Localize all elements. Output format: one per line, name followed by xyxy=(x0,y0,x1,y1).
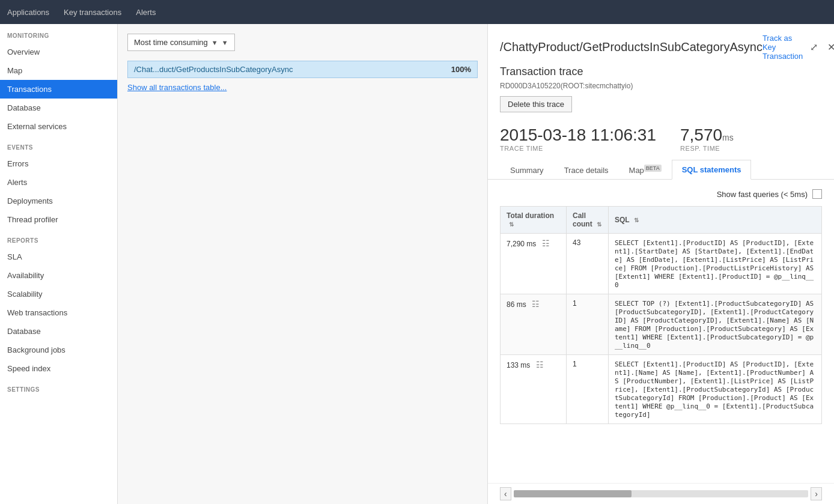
doc-icon-0[interactable]: ☷ xyxy=(542,238,550,248)
sidebar-item-background-jobs[interactable]: Background jobs xyxy=(0,341,117,359)
sql-content: Show fast queries (< 5ms) Total duration… xyxy=(488,180,834,483)
tabs: Summary Trace details MapBETA SQL statem… xyxy=(500,159,822,179)
scrollbar-row: ‹ › xyxy=(488,483,834,504)
dropdown-row: Most time consuming ▼ ▼ xyxy=(127,34,478,51)
sidebar-item-alerts[interactable]: Alerts xyxy=(0,173,117,192)
sidebar-section-settings: SETTINGS xyxy=(0,378,117,396)
cell-sql-2: SELECT [Extent1].[ProductID] AS [Product… xyxy=(609,355,822,424)
nav-alerts[interactable]: Alerts xyxy=(136,5,156,19)
main-content: Most time consuming ▼ ▼ /Chat...duct/Get… xyxy=(118,24,834,504)
sidebar-item-scalability[interactable]: Scalability xyxy=(0,285,117,303)
sidebar-item-speed-index[interactable]: Speed index xyxy=(0,359,117,378)
sidebar-item-map[interactable]: Map xyxy=(0,61,117,80)
sort-icon-count: ⇅ xyxy=(597,221,601,228)
fast-queries-row: Show fast queries (< 5ms) xyxy=(500,189,822,199)
sidebar-item-transactions[interactable]: Transactions xyxy=(0,80,117,99)
resp-time-value: 7,570ms xyxy=(680,126,734,145)
table-row: 133 ms ☷ 1 SELECT [Extent1].[ProductID] … xyxy=(501,355,822,424)
sidebar-item-database[interactable]: Database xyxy=(0,99,117,117)
sidebar-item-availability[interactable]: Availability xyxy=(0,266,117,285)
sidebar-item-external-services[interactable]: External services xyxy=(0,117,117,136)
doc-icon-2[interactable]: ☷ xyxy=(536,360,544,369)
sidebar-item-thread-profiler[interactable]: Thread profiler xyxy=(0,210,117,229)
cell-count-2: 1 xyxy=(567,355,609,424)
sort-icon-duration: ⇅ xyxy=(509,221,514,228)
doc-icon-1[interactable]: ☷ xyxy=(532,299,540,309)
dropdown-chevron-icon: ▼ xyxy=(222,39,228,46)
sort-icon-sql: ⇅ xyxy=(634,217,639,223)
sidebar: MONITORING Overview Map Transactions Dat… xyxy=(0,24,118,504)
fast-queries-label: Show fast queries (< 5ms) xyxy=(717,190,808,199)
sql-table: Total duration ⇅ Call count ⇅ SQL ⇅ xyxy=(500,206,822,424)
cell-sql-0: SELECT [Extent1].[ProductID] AS [Product… xyxy=(609,234,822,294)
sidebar-item-overview[interactable]: Overview xyxy=(0,43,117,61)
scroll-thumb[interactable] xyxy=(514,490,632,497)
sidebar-item-deployments[interactable]: Deployments xyxy=(0,192,117,210)
sidebar-section-events: EVENTS xyxy=(0,136,117,154)
sidebar-item-database-report[interactable]: Database xyxy=(0,322,117,341)
dropdown-arrow-icon: ▼ xyxy=(212,39,218,46)
transaction-name: /Chat...duct/GetProductsInSubCategoryAsy… xyxy=(134,65,293,74)
left-panel: Most time consuming ▼ ▼ /Chat...duct/Get… xyxy=(118,24,488,504)
sidebar-item-web-transactions[interactable]: Web transactions xyxy=(0,303,117,322)
tab-trace-details[interactable]: Trace details xyxy=(554,160,619,180)
table-row: 7,290 ms ☷ 43 SELECT [Extent1].[ProductI… xyxy=(501,234,822,294)
right-panel: /ChattyProduct/GetProductsInSubCategoryA… xyxy=(488,24,834,504)
panel-title: /ChattyProduct/GetProductsInSubCategoryA… xyxy=(500,40,762,54)
cell-count-1: 1 xyxy=(567,294,609,355)
transaction-bar[interactable]: /Chat...duct/GetProductsInSubCategoryAsy… xyxy=(127,61,478,78)
trace-time-block: 2015-03-18 11:06:31 TRACE TIME xyxy=(500,126,656,152)
time-consuming-dropdown[interactable]: Most time consuming ▼ ▼ xyxy=(127,34,235,51)
dropdown-label: Most time consuming xyxy=(134,38,208,47)
trace-id: RD000D3A105220(ROOT:sitecmchattyio) xyxy=(500,82,822,90)
key-transaction-link[interactable]: Track as Key Transaction xyxy=(762,34,803,61)
close-panel-button[interactable]: ✕ xyxy=(825,40,834,54)
scroll-left-button[interactable]: ‹ xyxy=(500,487,511,500)
nav-applications[interactable]: Applications xyxy=(7,5,49,19)
nav-key-transactions[interactable]: Key transactions xyxy=(64,5,121,19)
cell-sql-1: SELECT TOP (?) [Extent1].[ProductSubcate… xyxy=(609,294,822,355)
tab-map[interactable]: MapBETA xyxy=(619,160,672,180)
delete-trace-button[interactable]: Delete this trace xyxy=(500,96,572,112)
cell-duration-0: 7,290 ms ☷ xyxy=(501,234,567,294)
panel-title-row: /ChattyProduct/GetProductsInSubCategoryA… xyxy=(500,34,822,61)
col-header-duration[interactable]: Total duration ⇅ xyxy=(501,207,567,234)
panel-title-actions: Track as Key Transaction ⤢ ✕ xyxy=(762,34,834,61)
scroll-track xyxy=(514,490,809,497)
resp-time-label: RESP. TIME xyxy=(680,145,734,152)
cell-duration-2: 133 ms ☷ xyxy=(501,355,567,424)
sidebar-section-reports: REPORTS xyxy=(0,229,117,247)
resp-time-unit: ms xyxy=(722,133,734,142)
top-navigation: Applications Key transactions Alerts xyxy=(0,0,834,24)
trace-time-row: 2015-03-18 11:06:31 TRACE TIME 7,570ms R… xyxy=(500,126,822,152)
cell-count-0: 43 xyxy=(567,234,609,294)
sidebar-item-sla[interactable]: SLA xyxy=(0,247,117,266)
table-row: 86 ms ☷ 1 SELECT TOP (?) [Extent1].[Prod… xyxy=(501,294,822,355)
transaction-trace-label: Transaction trace xyxy=(500,65,583,77)
scroll-right-button[interactable]: › xyxy=(811,487,822,500)
transaction-percentage: 100% xyxy=(451,65,471,74)
tab-summary[interactable]: Summary xyxy=(500,160,554,180)
beta-badge: BETA xyxy=(644,165,662,172)
sidebar-item-errors[interactable]: Errors xyxy=(0,154,117,173)
fast-queries-checkbox[interactable] xyxy=(812,189,822,199)
trace-time-label: TRACE TIME xyxy=(500,145,656,152)
col-header-sql[interactable]: SQL ⇅ xyxy=(609,207,822,234)
cell-duration-1: 86 ms ☷ xyxy=(501,294,567,355)
show-all-transactions-link[interactable]: Show all transactions table... xyxy=(127,83,478,92)
expand-button[interactable]: ⤢ xyxy=(808,40,820,54)
trace-time-value: 2015-03-18 11:06:31 xyxy=(500,126,656,145)
tab-sql-statements[interactable]: SQL statements xyxy=(672,160,752,180)
resp-time-block: 7,570ms RESP. TIME xyxy=(680,126,734,152)
sidebar-section-monitoring: MONITORING xyxy=(0,24,117,43)
col-header-count[interactable]: Call count ⇅ xyxy=(567,207,609,234)
panel-header: /ChattyProduct/GetProductsInSubCategoryA… xyxy=(488,24,834,180)
